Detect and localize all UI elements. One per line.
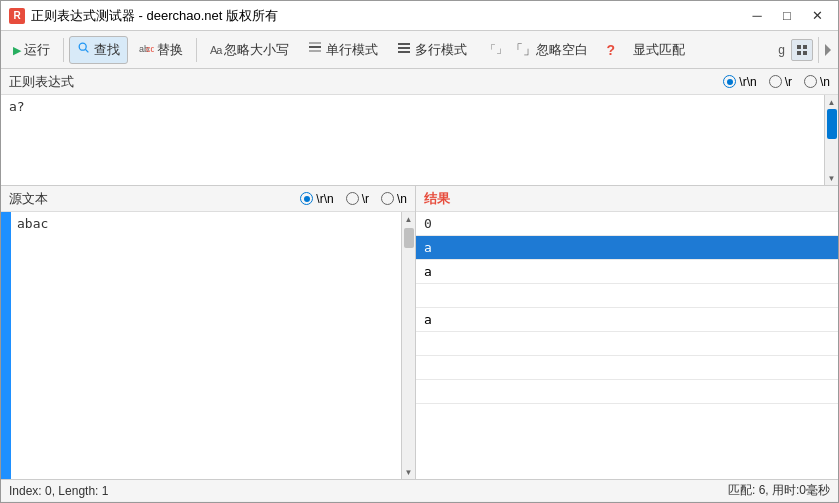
display-match-button[interactable]: 显式匹配 [625, 36, 693, 64]
app-icon: R [9, 8, 25, 24]
regex-input-area: a? ▲ ▼ [1, 95, 838, 185]
result-row-3[interactable] [416, 284, 838, 308]
source-input[interactable]: abac [11, 212, 401, 479]
title-text: 正则表达式测试器 - deerchao.net 版权所有 [31, 7, 278, 25]
maximize-button[interactable]: □ [774, 6, 800, 26]
source-panel: 源文本 \r\n \r \n abac ▲ [1, 186, 416, 479]
svg-rect-4 [309, 46, 321, 48]
find-button[interactable]: 查找 [69, 36, 128, 64]
svg-rect-9 [398, 51, 410, 53]
source-radio-rn[interactable]: \r\n [300, 192, 333, 206]
results-list: 0 a a a [416, 212, 838, 479]
result-row-2[interactable]: a [416, 260, 838, 284]
g-label: g [778, 43, 785, 57]
toolbar-more-button[interactable] [818, 37, 834, 63]
main-panels: 源文本 \r\n \r \n abac ▲ [1, 186, 838, 479]
svg-marker-14 [825, 44, 831, 56]
regex-section: 正则表达式 \r\n \r \n a? ▲ ▼ [1, 69, 838, 186]
result-row-6[interactable] [416, 356, 838, 380]
svg-rect-11 [803, 45, 807, 49]
svg-rect-5 [309, 50, 321, 52]
svg-rect-7 [398, 43, 410, 45]
toolbar-end: g [778, 37, 834, 63]
title-bar-left: R 正则表达式测试器 - deerchao.net 版权所有 [9, 7, 278, 25]
ignore-case-button[interactable]: Aa 忽略大小写 [202, 36, 297, 64]
source-scroll-up[interactable]: ▲ [402, 212, 416, 226]
regex-radio-rn[interactable]: \r\n [723, 75, 756, 89]
single-line-icon [307, 40, 323, 59]
svg-text:cd: cd [146, 44, 154, 54]
multi-line-icon [396, 40, 412, 59]
window-controls: ─ □ ✕ [744, 6, 830, 26]
play-icon [13, 42, 21, 57]
result-row-4[interactable]: a [416, 308, 838, 332]
source-label: 源文本 [9, 190, 48, 208]
ignore-whitespace-button[interactable]: 「」 「」忽略空白 [477, 36, 596, 64]
separator-1 [63, 38, 64, 62]
source-radio-circle-rn [300, 192, 313, 205]
ignore-whitespace-icon: 「」 [485, 42, 507, 57]
source-scroll-down[interactable]: ▼ [402, 465, 416, 479]
regex-input[interactable]: a? [9, 99, 830, 181]
radio-circle-r [769, 75, 782, 88]
regex-radio-group: \r\n \r \n [723, 75, 830, 89]
result-row-7[interactable] [416, 380, 838, 404]
regex-radio-n[interactable]: \n [804, 75, 830, 89]
source-radio-circle-r [346, 192, 359, 205]
result-row-5[interactable] [416, 332, 838, 356]
result-row-1[interactable]: a [416, 236, 838, 260]
source-radio-n[interactable]: \n [381, 192, 407, 206]
run-button[interactable]: 运行 [5, 36, 58, 64]
status-left: Index: 0, Length: 1 [9, 484, 108, 498]
radio-circle-rn [723, 75, 736, 88]
svg-rect-13 [803, 51, 807, 55]
source-line-indicator [1, 212, 11, 479]
svg-point-0 [79, 43, 86, 50]
separator-2 [196, 38, 197, 62]
svg-rect-8 [398, 47, 410, 49]
replace-icon: ab cd [138, 40, 154, 59]
toolbar: 运行 查找 ab cd 替换 Aa 忽略大小写 [1, 31, 838, 69]
ignore-case-icon: Aa [210, 42, 221, 57]
source-radio-r[interactable]: \r [346, 192, 369, 206]
regex-scrollbar: ▲ ▼ [824, 95, 838, 185]
svg-rect-10 [797, 45, 801, 49]
minimize-button[interactable]: ─ [744, 6, 770, 26]
result-row-0[interactable]: 0 [416, 212, 838, 236]
results-header: 结果 [416, 186, 838, 212]
source-radio-circle-n [381, 192, 394, 205]
source-scrollbar: ▲ ▼ [401, 212, 415, 479]
radio-circle-n [804, 75, 817, 88]
multi-line-button[interactable]: 多行模式 [388, 36, 475, 64]
svg-line-1 [85, 49, 88, 52]
grid-button[interactable] [791, 39, 813, 61]
scroll-up-arrow[interactable]: ▲ [825, 95, 839, 109]
svg-rect-6 [309, 42, 321, 44]
svg-rect-12 [797, 51, 801, 55]
results-panel: 结果 0 a a a [416, 186, 838, 479]
results-label: 结果 [424, 190, 450, 208]
title-bar: R 正则表达式测试器 - deerchao.net 版权所有 ─ □ ✕ [1, 1, 838, 31]
question-button[interactable]: ? [598, 36, 623, 64]
question-icon: ? [606, 42, 615, 58]
scroll-thumb [827, 109, 837, 139]
source-scroll-thumb [404, 228, 414, 248]
single-line-button[interactable]: 单行模式 [299, 36, 386, 64]
status-bar: Index: 0, Length: 1 匹配: 6, 用时:0毫秒 [1, 479, 838, 501]
replace-button[interactable]: ab cd 替换 [130, 36, 191, 64]
regex-header: 正则表达式 \r\n \r \n [1, 69, 838, 95]
source-radio-group: \r\n \r \n [300, 192, 407, 206]
close-button[interactable]: ✕ [804, 6, 830, 26]
scroll-down-arrow[interactable]: ▼ [825, 171, 839, 185]
find-icon [77, 41, 91, 58]
regex-label: 正则表达式 [9, 73, 74, 91]
source-content: abac ▲ ▼ [1, 212, 415, 479]
source-header: 源文本 \r\n \r \n [1, 186, 415, 212]
regex-radio-r[interactable]: \r [769, 75, 792, 89]
status-right: 匹配: 6, 用时:0毫秒 [728, 482, 830, 499]
